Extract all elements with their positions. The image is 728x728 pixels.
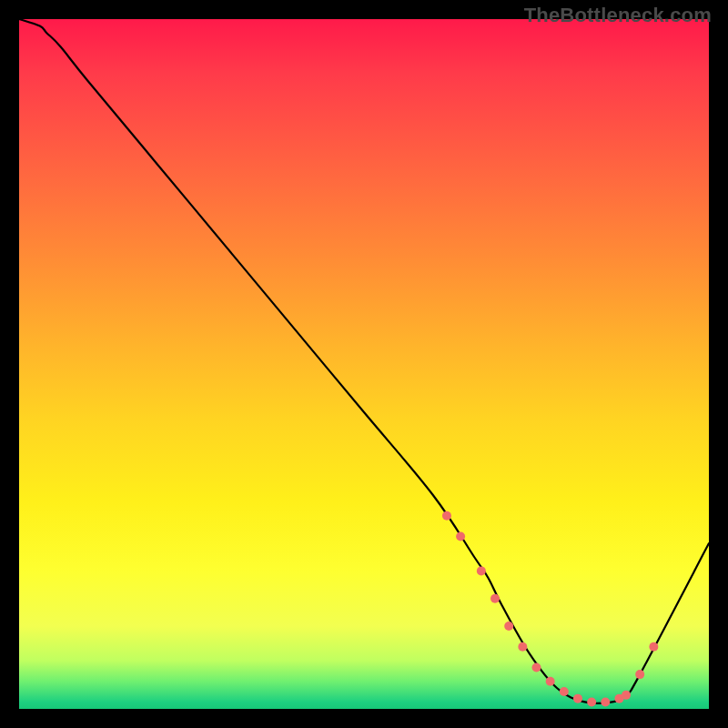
chart-plot-area	[19, 19, 709, 709]
marker-dot	[601, 697, 610, 706]
marker-dot	[587, 697, 596, 706]
marker-dot	[504, 622, 513, 631]
marker-dot	[490, 594, 500, 603]
chart-svg	[19, 19, 709, 709]
marker-dot	[560, 687, 569, 696]
marker-dot	[477, 566, 486, 575]
marker-dot	[573, 694, 582, 703]
marker-dot	[518, 642, 527, 652]
marker-dot	[649, 642, 658, 652]
watermark-text: TheBottleneck.com	[524, 4, 712, 27]
curve-line	[19, 19, 709, 703]
marker-group	[442, 511, 658, 707]
marker-dot	[546, 677, 555, 686]
marker-dot	[622, 691, 631, 700]
marker-dot	[442, 511, 451, 521]
marker-dot	[532, 663, 541, 672]
marker-dot	[456, 532, 465, 541]
marker-dot	[635, 670, 644, 679]
